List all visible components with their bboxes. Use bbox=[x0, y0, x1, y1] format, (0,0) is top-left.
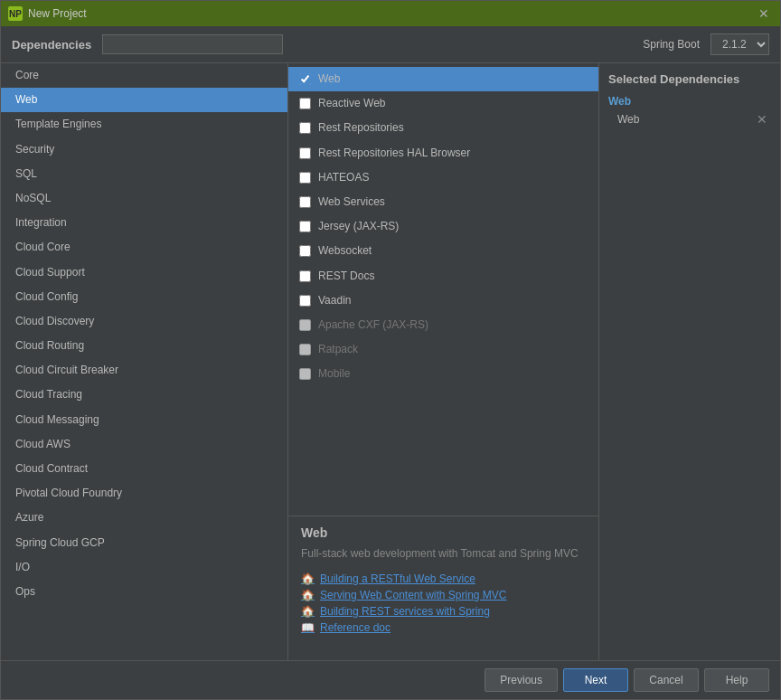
dep-checkbox-websocket[interactable] bbox=[299, 245, 311, 257]
category-sidebar: CoreWebTemplate EnginesSecuritySQLNoSQLI… bbox=[1, 63, 288, 660]
dep-item-reactive-web[interactable]: Reactive Web bbox=[288, 91, 598, 116]
content-area: Dependencies Spring Boot 2.1.2 CoreWebTe… bbox=[1, 26, 780, 699]
previous-button[interactable]: Previous bbox=[485, 668, 558, 692]
dep-item-mobile[interactable]: Mobile bbox=[288, 362, 598, 386]
dep-checkbox-rest-repositories[interactable] bbox=[299, 122, 311, 134]
dep-info-title: Web bbox=[301, 525, 586, 540]
home-icon: 🏠 bbox=[301, 605, 315, 618]
dep-label-vaadin: Vaadin bbox=[318, 292, 351, 309]
dep-label-web-services: Web Services bbox=[318, 194, 385, 211]
home-icon: 🏠 bbox=[301, 589, 315, 601]
sidebar-item-integration[interactable]: Integration bbox=[1, 211, 287, 235]
window-title: New Project bbox=[28, 7, 749, 20]
dep-item-rest-docs[interactable]: REST Docs bbox=[288, 264, 598, 289]
dep-checkbox-web[interactable] bbox=[299, 73, 311, 85]
dep-link-building-rest-services[interactable]: 🏠Building REST services with Spring bbox=[301, 605, 586, 618]
selected-dep-name: Web bbox=[617, 113, 639, 126]
dep-checkbox-mobile[interactable] bbox=[299, 368, 311, 380]
sidebar-item-pivotal-cloud-foundry[interactable]: Pivotal Cloud Foundry bbox=[1, 481, 287, 506]
dep-info-desc: Full-stack web development with Tomcat a… bbox=[301, 545, 586, 562]
dep-link-serving-web-content[interactable]: 🏠Serving Web Content with Spring MVC bbox=[301, 589, 586, 601]
sidebar-item-cloud-support[interactable]: Cloud Support bbox=[1, 260, 287, 285]
sidebar-item-sql[interactable]: SQL bbox=[1, 162, 287, 186]
dep-label-jersey: Jersey (JAX-RS) bbox=[318, 218, 399, 235]
dep-item-vaadin[interactable]: Vaadin bbox=[288, 289, 598, 313]
dep-item-rest-repositories[interactable]: Rest Repositories bbox=[288, 116, 598, 140]
selected-dep-category-web: Web bbox=[608, 95, 771, 108]
dep-checkbox-apache-cxf[interactable] bbox=[299, 319, 311, 331]
spring-boot-label: Spring Boot bbox=[643, 38, 700, 51]
sidebar-item-ops[interactable]: Ops bbox=[1, 580, 287, 604]
dep-checkbox-rest-docs[interactable] bbox=[299, 270, 311, 282]
sidebar-item-template-engines[interactable]: Template Engines bbox=[1, 112, 287, 137]
dep-link-reference-doc[interactable]: 📖Reference doc bbox=[301, 621, 586, 634]
dep-item-ratpack[interactable]: Ratpack bbox=[288, 337, 598, 362]
dep-checkbox-hateoas[interactable] bbox=[299, 172, 311, 184]
search-input[interactable] bbox=[102, 34, 283, 54]
dep-item-apache-cxf[interactable]: Apache CXF (JAX-RS) bbox=[288, 313, 598, 337]
sidebar-item-security[interactable]: Security bbox=[1, 137, 287, 162]
spring-boot-version-select[interactable]: 2.1.2 bbox=[710, 33, 769, 55]
dep-item-web[interactable]: Web bbox=[288, 67, 598, 91]
sidebar-item-cloud-config[interactable]: Cloud Config bbox=[1, 285, 287, 309]
dep-info-links: 🏠Building a RESTful Web Service🏠Serving … bbox=[301, 572, 586, 634]
dependency-info: Web Full-stack web development with Tomc… bbox=[288, 516, 598, 660]
middle-panel: WebReactive WebRest RepositoriesRest Rep… bbox=[288, 63, 599, 660]
main-window: NP New Project ✕ Dependencies Spring Boo… bbox=[0, 0, 781, 700]
dep-checkbox-web-services[interactable] bbox=[299, 196, 311, 208]
sidebar-item-cloud-circuit-breaker[interactable]: Cloud Circuit Breaker bbox=[1, 358, 287, 383]
close-button[interactable]: ✕ bbox=[755, 6, 773, 21]
dep-label-rest-docs: REST Docs bbox=[318, 268, 374, 285]
dep-checkbox-reactive-web[interactable] bbox=[299, 98, 311, 109]
dep-item-hateoas[interactable]: HATEOAS bbox=[288, 166, 598, 190]
dep-label-apache-cxf: Apache CXF (JAX-RS) bbox=[318, 317, 428, 334]
app-icon: NP bbox=[8, 6, 23, 21]
top-bar: Dependencies Spring Boot 2.1.2 bbox=[1, 26, 780, 63]
link-text-building-restful: Building a RESTful Web Service bbox=[320, 572, 475, 585]
sidebar-item-cloud-contract[interactable]: Cloud Contract bbox=[1, 457, 287, 481]
dep-checkbox-rest-repositories-hal[interactable] bbox=[299, 147, 311, 159]
book-icon: 📖 bbox=[301, 621, 315, 634]
dep-label-mobile: Mobile bbox=[318, 365, 350, 383]
dep-checkbox-vaadin[interactable] bbox=[299, 295, 311, 307]
dep-link-building-restful[interactable]: 🏠Building a RESTful Web Service bbox=[301, 572, 586, 585]
sidebar-item-nosql[interactable]: NoSQL bbox=[1, 186, 287, 211]
dep-label-ratpack: Ratpack bbox=[318, 341, 358, 358]
dependency-list: WebReactive WebRest RepositoriesRest Rep… bbox=[288, 63, 598, 516]
dep-label-hateoas: HATEOAS bbox=[318, 169, 369, 186]
cancel-button[interactable]: Cancel bbox=[634, 668, 699, 692]
dep-checkbox-jersey[interactable] bbox=[299, 221, 311, 232]
dep-label-websocket: Websocket bbox=[318, 242, 372, 260]
sidebar-item-cloud-routing[interactable]: Cloud Routing bbox=[1, 334, 287, 358]
remove-dep-button[interactable]: ✕ bbox=[757, 113, 767, 126]
selected-deps-title: Selected Dependencies bbox=[608, 72, 771, 86]
dep-label-web: Web bbox=[318, 71, 340, 88]
sidebar-item-cloud-aws[interactable]: Cloud AWS bbox=[1, 432, 287, 457]
sidebar-item-core[interactable]: Core bbox=[1, 63, 287, 88]
dep-label-rest-repositories: Rest Repositories bbox=[318, 119, 404, 137]
titlebar: NP New Project ✕ bbox=[1, 1, 780, 26]
link-text-building-rest-services: Building REST services with Spring bbox=[320, 605, 490, 618]
link-text-reference-doc: Reference doc bbox=[320, 621, 390, 634]
dep-item-rest-repositories-hal[interactable]: Rest Repositories HAL Browser bbox=[288, 141, 598, 166]
dep-label-rest-repositories-hal: Rest Repositories HAL Browser bbox=[318, 145, 470, 162]
dep-checkbox-ratpack[interactable] bbox=[299, 344, 311, 355]
dep-item-web-services[interactable]: Web Services bbox=[288, 190, 598, 214]
dep-item-jersey[interactable]: Jersey (JAX-RS) bbox=[288, 214, 598, 239]
sidebar-item-cloud-messaging[interactable]: Cloud Messaging bbox=[1, 408, 287, 432]
dep-label-reactive-web: Reactive Web bbox=[318, 95, 385, 112]
main-content: CoreWebTemplate EnginesSecuritySQLNoSQLI… bbox=[1, 63, 780, 660]
sidebar-item-io[interactable]: I/O bbox=[1, 555, 287, 580]
dependencies-label: Dependencies bbox=[12, 38, 91, 52]
next-button[interactable]: Next bbox=[563, 668, 628, 692]
sidebar-item-cloud-tracing[interactable]: Cloud Tracing bbox=[1, 383, 287, 407]
bottom-bar: Previous Next Cancel Help bbox=[1, 660, 780, 699]
help-button[interactable]: Help bbox=[704, 668, 769, 692]
dep-item-websocket[interactable]: Websocket bbox=[288, 239, 598, 263]
sidebar-item-cloud-core[interactable]: Cloud Core bbox=[1, 235, 287, 260]
sidebar-item-cloud-discovery[interactable]: Cloud Discovery bbox=[1, 309, 287, 334]
selected-dependencies-panel: Selected Dependencies WebWeb✕ bbox=[599, 63, 780, 660]
sidebar-item-web[interactable]: Web bbox=[1, 88, 287, 112]
sidebar-item-spring-cloud-gcp[interactable]: Spring Cloud GCP bbox=[1, 531, 287, 555]
sidebar-item-azure[interactable]: Azure bbox=[1, 506, 287, 530]
